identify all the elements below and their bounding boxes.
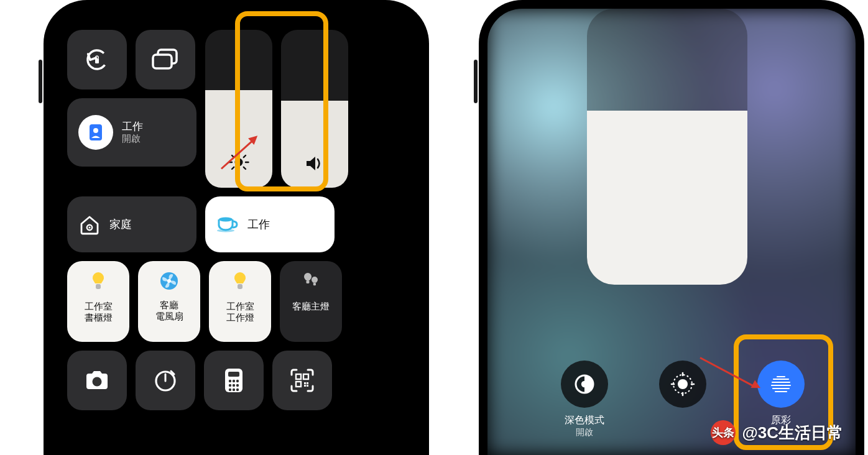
svg-point-16 xyxy=(88,226,90,228)
svg-rect-46 xyxy=(307,382,308,384)
cup-icon xyxy=(216,215,239,234)
svg-point-6 xyxy=(235,159,243,167)
device-label-0: 工作室書櫃燈 xyxy=(85,301,113,323)
qr-scan-button[interactable] xyxy=(272,351,332,410)
svg-point-35 xyxy=(233,384,235,387)
scene-work-button[interactable]: 工作 xyxy=(205,196,335,252)
screen-mirroring-icon xyxy=(150,47,180,72)
true-tone-icon xyxy=(769,372,793,397)
dark-mode-sub: 開啟 xyxy=(555,427,614,438)
phone-side-button xyxy=(39,60,42,103)
device-tile-3[interactable]: 客廳主燈 xyxy=(280,261,342,342)
device-label-1: 客廳電風扇 xyxy=(155,300,183,322)
svg-point-17 xyxy=(219,218,233,222)
svg-point-36 xyxy=(236,384,239,387)
phone-left: 工作 開啟 xyxy=(44,0,429,455)
svg-rect-19 xyxy=(96,284,101,289)
timer-button[interactable] xyxy=(136,351,195,410)
bulbs-icon xyxy=(300,271,321,292)
svg-point-31 xyxy=(229,380,231,382)
brightness-slider-expanded[interactable] xyxy=(587,9,747,285)
qr-icon xyxy=(289,367,315,393)
svg-point-37 xyxy=(229,388,231,391)
svg-rect-30 xyxy=(228,372,239,377)
svg-rect-40 xyxy=(296,374,301,379)
id-card-icon xyxy=(87,123,104,142)
brightness-fill xyxy=(205,90,272,188)
svg-rect-44 xyxy=(307,385,308,387)
bulb-icon xyxy=(90,271,106,292)
svg-line-14 xyxy=(232,167,234,169)
sun-icon xyxy=(228,152,249,173)
device-tile-0[interactable]: 工作室書櫃燈 xyxy=(67,261,129,342)
speaker-icon xyxy=(304,154,325,173)
svg-line-12 xyxy=(244,167,246,169)
svg-point-48 xyxy=(581,381,588,387)
device-label-2: 工作室工作燈 xyxy=(226,301,254,323)
device-label-3: 客廳主燈 xyxy=(292,301,330,312)
svg-point-5 xyxy=(93,128,98,133)
volume-fill xyxy=(281,101,348,188)
svg-point-33 xyxy=(236,380,239,382)
phone-right: 深色模式 開啟 xyxy=(479,0,864,455)
rotation-lock-icon xyxy=(83,45,111,74)
control-center-left: 工作 開啟 xyxy=(52,9,420,455)
night-shift-button[interactable] xyxy=(653,361,713,414)
true-tone-label: 原彩 xyxy=(751,414,811,427)
fan-icon xyxy=(159,271,179,291)
svg-point-32 xyxy=(233,380,235,382)
volume-slider[interactable] xyxy=(281,30,348,188)
svg-point-34 xyxy=(229,384,231,387)
svg-rect-23 xyxy=(307,280,310,283)
focus-title: 工作 xyxy=(122,120,143,133)
svg-rect-24 xyxy=(313,283,316,285)
dark-mode-label: 深色模式 xyxy=(555,414,614,427)
night-shift-circle xyxy=(659,361,706,408)
home-icon xyxy=(78,214,101,235)
true-tone-button[interactable]: 原彩 xyxy=(751,361,811,427)
calculator-button[interactable] xyxy=(204,351,264,410)
focus-button[interactable]: 工作 開啟 xyxy=(67,98,196,167)
dark-mode-button[interactable]: 深色模式 開啟 xyxy=(555,361,614,438)
dark-mode-icon xyxy=(572,372,597,397)
svg-point-38 xyxy=(233,388,235,391)
dark-mode-circle xyxy=(561,361,608,408)
focus-avatar xyxy=(78,115,113,150)
camera-button[interactable] xyxy=(67,351,127,410)
calculator-icon xyxy=(223,367,244,394)
device-tile-2[interactable]: 工作室工作燈 xyxy=(209,261,271,342)
scene-label: 工作 xyxy=(247,217,270,232)
svg-line-11 xyxy=(232,155,234,157)
svg-rect-43 xyxy=(304,382,306,384)
home-label: 家庭 xyxy=(109,217,132,232)
svg-line-13 xyxy=(244,155,246,157)
timer-icon xyxy=(152,367,178,393)
focus-sub: 開啟 xyxy=(122,133,143,145)
svg-rect-22 xyxy=(238,284,242,289)
brightness-slider[interactable] xyxy=(205,30,272,188)
camera-icon xyxy=(83,369,111,392)
svg-rect-3 xyxy=(153,55,172,68)
phone-side-button xyxy=(474,60,478,103)
home-button[interactable]: 家庭 xyxy=(67,196,196,252)
svg-rect-41 xyxy=(303,374,308,379)
rotation-lock-button[interactable] xyxy=(67,30,127,90)
svg-point-25 xyxy=(93,377,102,387)
true-tone-circle xyxy=(757,361,805,408)
night-shift-icon xyxy=(670,371,696,397)
brightness-fill-expanded xyxy=(587,111,747,285)
svg-point-49 xyxy=(678,379,688,389)
device-tile-1[interactable]: 客廳電風扇 xyxy=(138,261,200,342)
svg-rect-45 xyxy=(304,385,306,387)
svg-rect-1 xyxy=(95,58,99,63)
svg-rect-42 xyxy=(296,382,301,387)
svg-point-39 xyxy=(236,388,239,391)
bulb-icon xyxy=(232,271,248,292)
screen-mirroring-button[interactable] xyxy=(136,30,195,90)
svg-point-18 xyxy=(217,229,234,232)
svg-point-21 xyxy=(167,279,171,283)
